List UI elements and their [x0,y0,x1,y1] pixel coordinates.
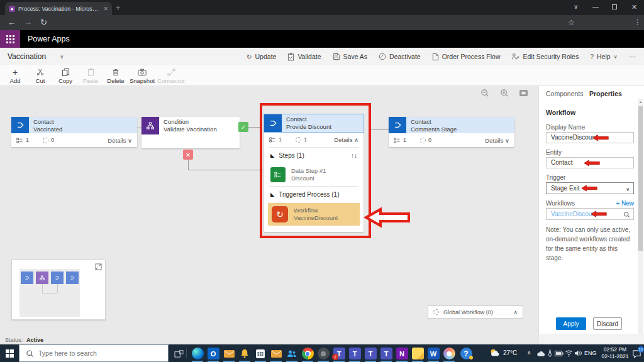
save-as-button[interactable]: Save As [333,53,368,60]
taskbar-edge[interactable] [190,345,205,362]
scroll-up-icon[interactable]: ▲ [638,99,643,104]
process-name: Vaccination [8,52,46,61]
forward-button[interactable]: → [24,18,32,27]
tab-properties[interactable]: Properties [589,90,622,97]
zoom-in-icon[interactable] [500,89,509,97]
fit-to-screen-icon[interactable] [519,89,528,97]
cut-button[interactable]: Cut [28,66,53,84]
process-switcher[interactable]: Vaccination ∨ [8,48,64,65]
taskbar-paint[interactable] [441,345,457,362]
taskbar-mail[interactable] [221,345,236,362]
action-center-button[interactable]: 11 [629,345,644,362]
add-button[interactable]: +Add [3,66,28,84]
taskbar-calendar[interactable] [253,345,268,362]
taskbar-search-input[interactable] [38,349,152,357]
speaker-icon[interactable] [574,349,582,357]
task-view-button[interactable] [171,345,186,362]
browser-menu-icon[interactable]: ⋮ [634,18,641,26]
validate-button[interactable]: Validate [287,53,321,61]
tray-chevron-up-icon[interactable]: ∧ [527,349,531,356]
stage-contact-comments-stage[interactable]: ContactComments Stage 1 0 Details ∨ [389,117,514,147]
taskbar-people[interactable] [284,345,299,362]
window-minimize-button[interactable]: — [592,3,599,10]
global-workflow-bar[interactable]: Global Workflow (0) ∧ [428,305,523,319]
taskbar-teams-4[interactable]: T [379,345,394,362]
taskbar-outlook[interactable]: O [206,345,221,362]
tab-close-icon[interactable]: ✕ [103,6,108,12]
snapshot-button[interactable]: Snapshot [128,66,156,84]
window-chevron-icon[interactable]: ∨ [574,3,578,10]
details-toggle[interactable]: Details ∨ [108,137,132,144]
taskbar-onenote[interactable]: N [394,345,409,362]
mail-icon [271,350,282,358]
delete-button[interactable]: Delete [103,66,128,84]
waffle-menu-button[interactable] [0,30,20,48]
zoom-out-icon[interactable] [480,89,489,97]
battery-icon[interactable] [555,351,564,356]
minimap-connector [57,284,58,293]
taskbar-help[interactable]: ? [458,345,474,362]
order-process-flow-button[interactable]: Order Process Flow [432,53,501,61]
stage-name: Comments Stage [411,126,457,133]
copy-button[interactable]: Copy [53,66,78,84]
copy-icon [62,67,70,77]
chevron-up-icon[interactable]: ∧ [513,309,518,315]
new-tab-button[interactable]: + [116,3,121,13]
taskbar-chrome[interactable] [300,345,315,362]
temperature-label[interactable]: 27°C [503,349,517,356]
help-button[interactable]: ?Help∨ [590,53,617,60]
deactivate-button[interactable]: Deactivate [379,53,421,60]
chevron-down-icon: ∨ [505,137,509,144]
discard-button[interactable]: Discard [593,317,622,330]
reload-button[interactable]: ↻ [40,18,47,27]
taskbar-teams-2[interactable]: T [347,345,362,362]
apply-button[interactable]: Apply [556,317,586,330]
windows-logo-icon [6,349,14,358]
taskbar-teams-3[interactable]: T [363,345,378,362]
panel-scrollbar[interactable]: ▲ [638,99,643,341]
minimap-stage [21,272,33,284]
clock[interactable]: 02:52 PM 02-11-2021 [599,346,631,361]
global-workflow-label: Global Workflow (0) [443,309,493,315]
window-maximize-button[interactable] [612,4,617,9]
flow-count: 0 [428,137,431,143]
display-name-input[interactable]: VaccineDiscount [546,132,634,143]
window-close-button[interactable]: ✕ [631,3,637,11]
minimap-expand-icon[interactable] [95,263,102,270]
search-icon [26,349,34,358]
pen-icon[interactable] [547,349,553,358]
wifi-icon[interactable] [565,349,573,357]
onedrive-icon[interactable] [536,350,546,357]
workflow-lookup-input[interactable]: VaccineDiscount [546,208,634,220]
update-button[interactable]: ↻Update [247,53,277,60]
taskbar-teams-1[interactable]: T7 [331,345,347,362]
more-commands-button[interactable]: ··· [629,53,636,60]
taskbar-sticky-notes[interactable] [410,345,425,362]
action-center-badge: 11 [638,346,644,353]
taskbar-mail-2[interactable] [269,345,284,362]
teams-icon: T [380,348,392,359]
teams-icon: T [365,348,377,359]
scrollbar-thumb[interactable] [638,106,643,251]
details-toggle[interactable]: Details ∨ [485,137,509,144]
browser-tab[interactable]: ◆ Process: Vaccination - Microsoft | ✕ [5,2,112,15]
taskbar-notifications[interactable] [237,345,252,362]
steps-count: 1 [26,137,29,143]
edit-security-roles-button[interactable]: Edit Security Roles [511,53,579,60]
weather-icon[interactable] [489,348,501,357]
stage-contact-vaccinated[interactable]: ContactVaccinated 1 0 Details ∨ [11,117,137,147]
bookmark-star-icon[interactable]: ☆ [568,18,575,27]
back-button[interactable]: ← [8,18,16,27]
connector-line [371,129,389,130]
annotation-arrow-left [364,207,411,228]
stage-condition-validate-vaccination[interactable]: ConditionValidate Vaccination [142,117,240,148]
minimap[interactable] [11,260,106,320]
word-icon: W [428,348,440,359]
new-workflow-link[interactable]: + New [616,200,634,207]
taskbar-word[interactable]: W [426,345,441,362]
taskbar-chrome-incognito[interactable] [316,345,331,362]
taskbar-search[interactable] [19,344,169,362]
language-label[interactable]: ENG [584,350,597,356]
tab-components[interactable]: Components [546,90,584,97]
start-button[interactable] [0,344,19,362]
